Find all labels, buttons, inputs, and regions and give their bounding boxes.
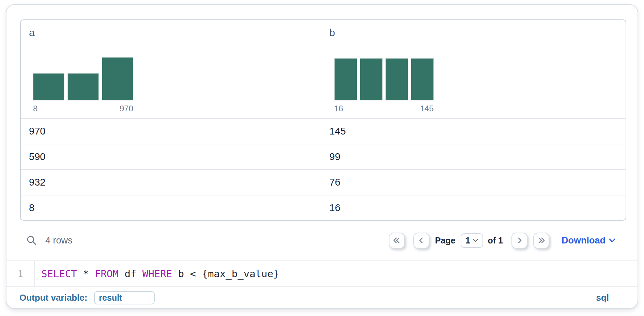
histogram-min-label: 16 (334, 104, 343, 113)
double-chevron-left-icon (393, 236, 401, 244)
sql-text: * (77, 268, 95, 280)
table-header: a 8 970 b 16 145 (21, 20, 626, 118)
histogram-min-label: 8 (33, 104, 37, 113)
column-header-a[interactable]: a 8 970 (21, 20, 323, 118)
histogram-bars (334, 57, 434, 100)
column-name-label: a (29, 27, 35, 38)
search-icon[interactable] (26, 235, 37, 246)
table-cell: 590 (21, 151, 325, 162)
cell-language-label: sql (596, 293, 609, 303)
chevron-left-icon (417, 236, 425, 244)
line-number: 1 (6, 261, 35, 286)
table-cell: 16 (325, 202, 626, 214)
column-name-label: b (329, 27, 335, 38)
histogram-max-label: 145 (420, 104, 433, 113)
sql-editor: 1 SELECT * FROM df WHERE b < {max_b_valu… (6, 260, 638, 287)
histogram-axis-labels: 16 145 (334, 104, 434, 113)
histogram-axis-labels: 8 970 (33, 104, 133, 113)
histogram-bar (411, 58, 434, 100)
previous-page-button[interactable] (413, 233, 429, 249)
table-body: 9701455909993276816 (21, 118, 626, 220)
table-row[interactable]: 93276 (21, 169, 626, 195)
sql-cell-card: a 8 970 b 16 145 (6, 4, 638, 309)
histogram-bar (102, 57, 133, 100)
sql-text: b < {max_b_value} (172, 268, 279, 280)
column-a-histogram: 8 970 (33, 57, 133, 113)
table-row[interactable]: 816 (21, 195, 626, 220)
sql-text: df (119, 268, 142, 280)
table-footer: 4 rows Page 1 (6, 220, 638, 260)
table-cell: 99 (325, 151, 626, 162)
chevron-right-icon (516, 236, 524, 244)
sql-keyword: SELECT (41, 268, 77, 280)
histogram-bar (334, 58, 357, 100)
download-label: Download (562, 235, 605, 246)
table-row[interactable]: 970145 (21, 118, 626, 144)
table-cell: 8 (21, 202, 325, 214)
table-cell: 970 (21, 126, 325, 137)
table-cell: 76 (325, 177, 626, 188)
pagination: Page 1 of 1 Downl (389, 233, 616, 249)
page-number-dropdown[interactable]: 1 (461, 233, 483, 248)
column-header-b[interactable]: b 16 145 (323, 20, 626, 118)
table-cell: 145 (325, 126, 626, 137)
next-page-button[interactable] (511, 233, 527, 249)
first-page-button[interactable] (389, 233, 405, 249)
column-b-histogram: 16 145 (334, 57, 434, 113)
row-count-label: 4 rows (45, 235, 73, 246)
code-line[interactable]: SELECT * FROM df WHERE b < {max_b_value} (35, 261, 279, 286)
page-label: Page (435, 236, 456, 246)
output-variable-input[interactable] (94, 291, 155, 304)
histogram-bar (67, 73, 99, 100)
page-total-label: of 1 (488, 236, 503, 246)
double-chevron-right-icon (537, 236, 546, 244)
chevron-down-icon (609, 238, 616, 243)
table-cell: 932 (21, 177, 325, 188)
dataframe-table: a 8 970 b 16 145 (20, 19, 626, 221)
download-button[interactable]: Download (562, 235, 616, 246)
page-number-value: 1 (465, 236, 470, 246)
histogram-bar (33, 73, 64, 100)
histogram-bar (385, 58, 408, 100)
table-row[interactable]: 59099 (21, 144, 626, 169)
footer-left-group: 4 rows (26, 235, 73, 246)
sql-keyword: FROM (95, 268, 119, 280)
sql-keyword: WHERE (142, 268, 172, 280)
last-page-button[interactable] (533, 233, 549, 249)
histogram-bar (360, 58, 383, 100)
histogram-max-label: 970 (120, 104, 133, 113)
cell-bottom-bar: Output variable: sql (6, 287, 638, 308)
chevron-down-icon (473, 239, 478, 242)
histogram-bars (33, 57, 133, 100)
output-variable-label: Output variable: (19, 293, 87, 303)
